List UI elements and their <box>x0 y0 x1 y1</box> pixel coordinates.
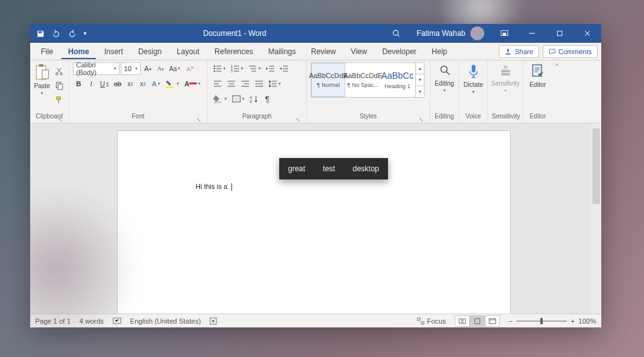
paste-button[interactable]: Paste ▾ <box>34 62 50 96</box>
print-layout-icon[interactable] <box>470 315 485 327</box>
web-layout-icon[interactable] <box>485 315 500 327</box>
search-icon[interactable] <box>382 24 410 43</box>
grow-font-icon[interactable]: A▴ <box>142 62 153 75</box>
style-heading1[interactable]: AaBbCcHeading 1 <box>380 63 414 97</box>
format-painter-icon[interactable] <box>53 94 65 106</box>
clear-format-icon[interactable]: A <box>184 62 196 75</box>
macro-icon[interactable] <box>209 317 217 325</box>
save-icon[interactable] <box>36 30 45 38</box>
svg-rect-27 <box>504 65 508 69</box>
text-effects-icon[interactable]: A <box>150 77 162 90</box>
increase-indent-icon[interactable] <box>278 62 291 75</box>
tab-review[interactable]: Review <box>304 44 342 59</box>
menubar: File Home Insert Design Layout Reference… <box>30 43 601 60</box>
align-right-icon[interactable] <box>239 77 252 90</box>
page[interactable]: great test desktop Hi this is a <box>118 131 510 314</box>
svg-rect-24 <box>472 65 475 72</box>
subscript-icon[interactable]: x2 <box>125 77 136 90</box>
align-left-icon[interactable] <box>211 77 224 90</box>
style-no-spacing[interactable]: AaBbCcDdE¶ No Spac... <box>346 63 380 97</box>
spellcheck-icon[interactable] <box>113 317 121 325</box>
tab-references[interactable]: References <box>208 44 260 59</box>
tab-design[interactable]: Design <box>131 44 169 59</box>
undo-icon[interactable] <box>51 30 63 38</box>
word-count[interactable]: 4 words <box>79 317 104 325</box>
styles-gallery[interactable]: AaBbCcDdE¶ Normal AaBbCcDdE¶ No Spac... … <box>311 62 425 98</box>
close-button[interactable] <box>574 24 601 43</box>
language-status[interactable]: English (United States) <box>130 317 201 325</box>
show-marks-icon[interactable]: ¶ <box>262 93 273 105</box>
scrollbar-thumb[interactable] <box>592 128 600 204</box>
sensitivity-button[interactable]: Sensitivity▾ <box>494 62 517 93</box>
focus-button[interactable]: Focus <box>417 317 446 325</box>
minimize-button[interactable] <box>518 24 546 43</box>
cut-icon[interactable] <box>53 65 65 77</box>
dictate-button[interactable]: Dictate▾ <box>463 62 484 94</box>
superscript-icon[interactable]: x2 <box>137 77 148 90</box>
borders-icon[interactable] <box>230 93 247 105</box>
tab-layout[interactable]: Layout <box>170 44 206 59</box>
styles-dialog-launcher[interactable]: ⤡ <box>418 116 425 123</box>
multilevel-icon[interactable] <box>247 62 263 75</box>
styles-scroll[interactable]: ▴▾▾ <box>415 63 424 97</box>
suggestion-item[interactable]: desktop <box>344 158 388 179</box>
paragraph-dialog-launcher[interactable]: ⤡ <box>295 116 301 123</box>
zoom-control: − + 100% <box>509 317 596 325</box>
avatar <box>470 26 484 40</box>
line-spacing-icon[interactable] <box>267 77 283 90</box>
tab-insert[interactable]: Insert <box>97 44 130 59</box>
document-area[interactable]: great test desktop Hi this is a <box>30 123 601 314</box>
comments-button[interactable]: Comments <box>543 45 597 58</box>
vertical-scrollbar[interactable] <box>591 123 601 314</box>
align-center-icon[interactable] <box>225 77 238 90</box>
account-button[interactable]: Fatima Wahab <box>410 26 491 40</box>
zoom-slider[interactable] <box>516 320 567 322</box>
redo-icon[interactable] <box>69 30 77 38</box>
underline-icon[interactable]: U <box>98 77 111 90</box>
zoom-out-button[interactable]: − <box>509 317 513 325</box>
document-body[interactable]: Hi this is a <box>196 183 232 191</box>
maximize-button[interactable] <box>546 24 574 43</box>
bold-icon[interactable]: B <box>73 77 84 90</box>
style-normal[interactable]: AaBbCcDdE¶ Normal <box>311 63 345 97</box>
shading-icon[interactable] <box>211 93 229 105</box>
tab-view[interactable]: View <box>344 44 374 59</box>
ribbon-display-icon[interactable] <box>491 24 518 43</box>
shrink-font-icon[interactable]: A▾ <box>155 62 166 75</box>
bullets-icon[interactable] <box>211 62 228 75</box>
justify-icon[interactable] <box>253 77 265 90</box>
sort-icon[interactable]: AZ <box>248 93 260 105</box>
tab-developer[interactable]: Developer <box>375 44 424 59</box>
editor-button[interactable]: Editor <box>527 62 548 88</box>
read-mode-icon[interactable] <box>455 315 470 327</box>
strike-icon[interactable]: ab <box>112 77 123 90</box>
svg-point-15 <box>214 71 216 72</box>
page-number[interactable]: Page 1 of 1 <box>35 317 70 325</box>
editing-button[interactable]: Editing▾ <box>434 62 455 93</box>
suggestion-item[interactable]: test <box>314 158 343 179</box>
numbering-icon[interactable]: 123 <box>229 62 245 75</box>
font-color-icon[interactable]: A <box>182 77 203 90</box>
tab-home[interactable]: Home <box>61 44 96 59</box>
tab-mailings[interactable]: Mailings <box>261 44 303 59</box>
share-button[interactable]: Share <box>499 45 538 58</box>
svg-rect-3 <box>557 31 562 36</box>
font-dialog-launcher[interactable]: ⤡ <box>196 116 202 123</box>
font-size-combo[interactable]: 10▾ <box>121 62 141 75</box>
ribbon: Paste ▾ Clipboard⤡ Calibri (Body)▾ 10▾ A… <box>30 60 601 123</box>
italic-icon[interactable]: I <box>86 77 97 90</box>
svg-rect-35 <box>489 319 496 324</box>
copy-icon[interactable] <box>53 79 65 92</box>
collapse-ribbon-icon[interactable]: ˄ <box>552 60 561 123</box>
clipboard-dialog-launcher[interactable]: ⤡ <box>57 116 64 123</box>
font-name-combo[interactable]: Calibri (Body)▾ <box>73 62 119 75</box>
tab-file[interactable]: File <box>34 44 60 59</box>
decrease-indent-icon[interactable] <box>264 62 277 75</box>
change-case-icon[interactable]: Aa <box>167 62 182 75</box>
suggestion-item[interactable]: great <box>279 158 314 179</box>
tab-help[interactable]: Help <box>425 44 454 59</box>
highlight-icon[interactable] <box>164 77 181 90</box>
svg-rect-6 <box>42 70 48 79</box>
zoom-level[interactable]: 100% <box>579 317 596 325</box>
zoom-in-button[interactable]: + <box>570 317 574 325</box>
